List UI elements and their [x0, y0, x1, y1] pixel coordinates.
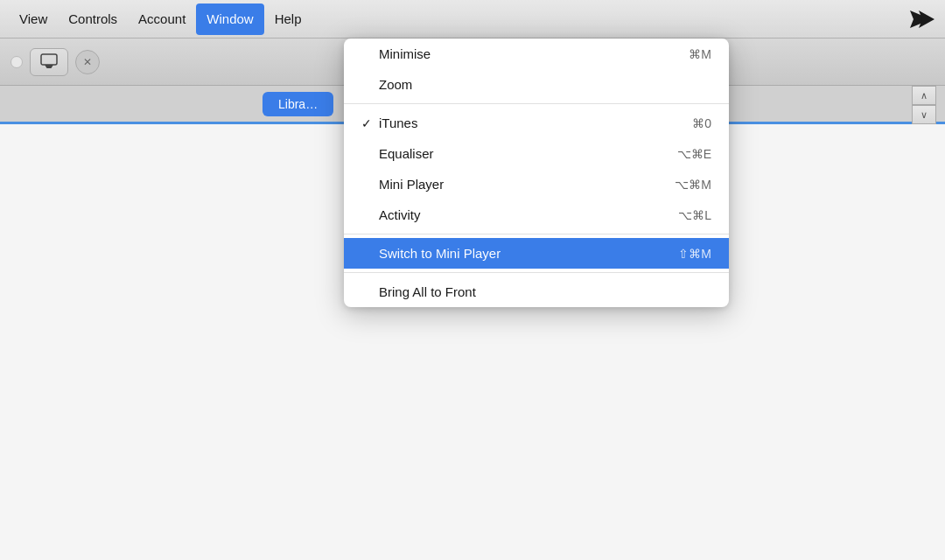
- menubar-item-controls[interactable]: Controls: [58, 4, 128, 35]
- window-dropdown-menu: Minimise ⌘M Zoom ✓ iTunes ⌘0 Equaliser ⌥…: [344, 38, 729, 307]
- menu-item-bring-all[interactable]: Bring All to Front: [344, 276, 729, 307]
- menu-item-activity[interactable]: Activity ⌥⌘L: [344, 200, 729, 230]
- scroll-up-arrow[interactable]: ∧: [912, 86, 936, 105]
- shortcut-activity: ⌥⌘L: [678, 208, 711, 222]
- menu-label-zoom: Zoom: [379, 77, 711, 92]
- menu-label-switch-mini-player: Switch to Mini Player: [379, 246, 678, 261]
- scroll-down-arrow[interactable]: ∨: [912, 105, 936, 124]
- menubar-item-view[interactable]: View: [9, 4, 58, 35]
- shortcut-minimise: ⌘M: [689, 47, 711, 61]
- scroll-arrows: ∧ ∨: [912, 86, 936, 124]
- nav-tab-library[interactable]: Libra…: [262, 92, 333, 116]
- menu-label-itunes: iTunes: [379, 116, 692, 130]
- svg-rect-2: [41, 54, 57, 65]
- menubar: View Controls Account Window Help: [0, 0, 945, 38]
- close-icon: ✕: [83, 56, 92, 68]
- menu-label-mini-player: Mini Player: [379, 177, 675, 192]
- svg-marker-3: [45, 65, 53, 68]
- menubar-right: [905, 4, 936, 35]
- shortcut-equaliser: ⌥⌘E: [677, 147, 711, 161]
- traffic-light-button[interactable]: [10, 56, 23, 68]
- menu-label-equaliser: Equaliser: [379, 146, 677, 161]
- separator-3: [344, 272, 729, 273]
- separator-1: [344, 103, 729, 104]
- close-tab-button[interactable]: ✕: [75, 50, 100, 74]
- shortcut-mini-player: ⌥⌘M: [675, 178, 711, 192]
- menu-label-minimise: Minimise: [379, 46, 689, 61]
- shortcut-switch-mini-player: ⇧⌘M: [678, 247, 711, 261]
- airplay-button[interactable]: [30, 48, 68, 76]
- menubar-item-help[interactable]: Help: [264, 4, 312, 35]
- menu-item-zoom[interactable]: Zoom: [344, 69, 729, 100]
- send-icon[interactable]: [905, 4, 936, 35]
- menu-label-activity: Activity: [379, 207, 678, 222]
- menubar-item-account[interactable]: Account: [128, 4, 196, 35]
- checkmark-itunes: ✓: [361, 116, 379, 130]
- airplay-icon: [39, 52, 59, 72]
- menu-item-mini-player[interactable]: Mini Player ⌥⌘M: [344, 169, 729, 200]
- menu-item-equaliser[interactable]: Equaliser ⌥⌘E: [344, 138, 729, 169]
- menu-item-switch-mini-player[interactable]: Switch to Mini Player ⇧⌘M: [344, 238, 729, 269]
- menu-item-itunes[interactable]: ✓ iTunes ⌘0: [344, 108, 729, 138]
- separator-2: [344, 234, 729, 234]
- menubar-item-window[interactable]: Window: [196, 4, 263, 35]
- shortcut-itunes: ⌘0: [692, 116, 711, 130]
- menu-item-minimise[interactable]: Minimise ⌘M: [344, 38, 729, 69]
- menu-label-bring-all: Bring All to Front: [379, 284, 711, 299]
